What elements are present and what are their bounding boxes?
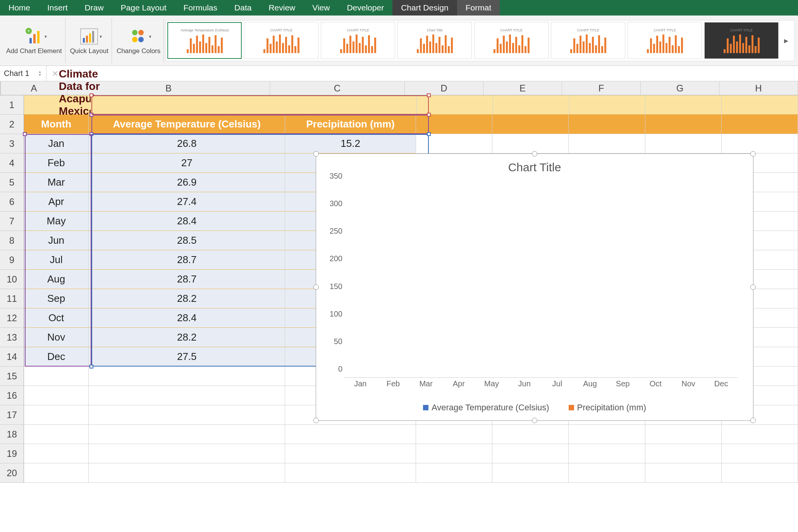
- row-header-17[interactable]: 17: [0, 405, 24, 425]
- cell-B12[interactable]: 28.4: [89, 308, 285, 328]
- cell-B14[interactable]: 27.5: [89, 347, 285, 367]
- cell-A3[interactable]: Jan: [24, 134, 89, 153]
- cell-E19[interactable]: [492, 444, 569, 463]
- cell-B5[interactable]: 26.9: [89, 173, 285, 192]
- cell-A15[interactable]: [24, 367, 89, 386]
- chart-style-thumb-4[interactable]: Chart Title: [397, 22, 472, 59]
- cell-C20[interactable]: [285, 463, 416, 483]
- add-chart-element-button[interactable]: + ▼ Add Chart Element: [3, 18, 65, 63]
- chart-plot-area[interactable]: 050100150200250300350 JanFebMarAprMayJun…: [344, 185, 738, 378]
- cell-A5[interactable]: Mar: [24, 173, 89, 192]
- cell-C18[interactable]: [285, 425, 416, 444]
- cell-D1[interactable]: [417, 95, 493, 115]
- chart-legend[interactable]: Average Temperature (Celsius) Precipitat…: [316, 403, 753, 413]
- cell-A7[interactable]: May: [24, 212, 89, 231]
- chart-style-thumb-5[interactable]: CHART TITLE: [474, 22, 549, 59]
- cell-H3[interactable]: [722, 134, 798, 153]
- row-header-19[interactable]: 19: [0, 444, 24, 463]
- cell-D2[interactable]: [416, 115, 492, 134]
- formula-input[interactable]: [88, 66, 798, 81]
- cell-H20[interactable]: [722, 463, 798, 483]
- cell-B7[interactable]: 28.4: [89, 212, 285, 231]
- cell-B20[interactable]: [89, 463, 285, 483]
- ribbon-tab-page-layout[interactable]: Page Layout: [112, 0, 175, 15]
- cell-E1[interactable]: [493, 95, 569, 115]
- column-header-A[interactable]: A: [1, 81, 67, 95]
- cell-A10[interactable]: Aug: [24, 270, 89, 289]
- column-header-H[interactable]: H: [719, 81, 798, 95]
- row-header-13[interactable]: 13: [0, 328, 24, 347]
- cell-C19[interactable]: [285, 444, 416, 463]
- column-header-G[interactable]: G: [641, 81, 719, 95]
- cell-B11[interactable]: 28.2: [89, 289, 285, 308]
- cell-F3[interactable]: [569, 134, 645, 153]
- quick-layout-button[interactable]: ▼ Quick Layout: [67, 18, 112, 63]
- cell-A11[interactable]: Sep: [24, 289, 89, 308]
- cell-G20[interactable]: [645, 463, 722, 483]
- cell-H2[interactable]: [722, 115, 798, 134]
- ribbon-tab-chart-design[interactable]: Chart Design: [392, 0, 457, 15]
- cell-D20[interactable]: [416, 463, 492, 483]
- row-header-12[interactable]: 12: [0, 308, 24, 328]
- cell-A14[interactable]: Dec: [24, 347, 89, 367]
- cell-B4[interactable]: 27: [89, 153, 285, 173]
- cell-A2[interactable]: Month: [24, 115, 89, 134]
- ribbon-tab-home[interactable]: Home: [0, 0, 39, 15]
- cell-B8[interactable]: 28.5: [89, 231, 285, 250]
- cell-A16[interactable]: [24, 386, 89, 405]
- cell-G3[interactable]: [645, 134, 722, 153]
- row-header-20[interactable]: 20: [0, 463, 24, 483]
- styles-gallery-more[interactable]: ▶: [781, 22, 791, 59]
- row-header-10[interactable]: 10: [0, 270, 24, 289]
- cell-A9[interactable]: Jul: [24, 250, 89, 270]
- cell-F19[interactable]: [569, 444, 645, 463]
- row-header-3[interactable]: 3: [0, 134, 24, 153]
- ribbon-tab-formulas[interactable]: Formulas: [175, 0, 226, 15]
- chart-style-thumb-1[interactable]: Average Temperature (Celsius): [167, 22, 242, 59]
- cell-D19[interactable]: [416, 444, 492, 463]
- row-header-1[interactable]: 1: [0, 95, 24, 115]
- chart-style-thumb-8[interactable]: CHART TITLE: [704, 22, 779, 59]
- column-header-F[interactable]: F: [562, 81, 641, 95]
- cell-B16[interactable]: [89, 386, 285, 405]
- cell-H18[interactable]: [722, 425, 798, 444]
- ribbon-tab-data[interactable]: Data: [226, 0, 260, 15]
- cell-B6[interactable]: 27.4: [89, 192, 285, 212]
- ribbon-tab-developer[interactable]: Developer: [338, 0, 392, 15]
- row-header-6[interactable]: 6: [0, 192, 24, 212]
- ribbon-tab-insert[interactable]: Insert: [39, 0, 76, 15]
- cell-E20[interactable]: [492, 463, 569, 483]
- cell-B13[interactable]: 28.2: [89, 328, 285, 347]
- cell-B3[interactable]: 26.8: [89, 134, 285, 153]
- row-header-2[interactable]: 2: [0, 115, 24, 134]
- cell-A6[interactable]: Apr: [24, 192, 89, 212]
- cell-G18[interactable]: [645, 425, 722, 444]
- cell-A1[interactable]: Climate Data for Acapulco Mexico (1951-2…: [24, 95, 91, 115]
- cell-A12[interactable]: Oct: [24, 308, 89, 328]
- cell-B19[interactable]: [89, 444, 285, 463]
- cell-F18[interactable]: [569, 425, 645, 444]
- cell-B18[interactable]: [89, 425, 285, 444]
- cell-B1[interactable]: [91, 95, 287, 115]
- ribbon-tab-review[interactable]: Review: [260, 0, 304, 15]
- ribbon-tab-format[interactable]: Format: [457, 0, 500, 15]
- cell-C3[interactable]: 15.2: [285, 134, 416, 153]
- row-header-9[interactable]: 9: [0, 250, 24, 270]
- cell-A4[interactable]: Feb: [24, 153, 89, 173]
- chart-style-thumb-2[interactable]: CHART TITLE: [244, 22, 318, 59]
- row-header-5[interactable]: 5: [0, 173, 24, 192]
- cell-F2[interactable]: [569, 115, 645, 134]
- cell-H1[interactable]: [722, 95, 798, 115]
- cell-B9[interactable]: 28.7: [89, 250, 285, 270]
- row-header-11[interactable]: 11: [0, 289, 24, 308]
- name-box[interactable]: Chart 1 ▲▼: [0, 66, 46, 81]
- row-header-8[interactable]: 8: [0, 231, 24, 250]
- chart-style-thumb-3[interactable]: CHART TITLE: [321, 22, 395, 59]
- cell-G2[interactable]: [645, 115, 722, 134]
- chart-title[interactable]: Chart Title: [316, 161, 753, 174]
- row-header-14[interactable]: 14: [0, 347, 24, 367]
- column-header-E[interactable]: E: [483, 81, 562, 95]
- row-header-4[interactable]: 4: [0, 153, 24, 173]
- cell-C1[interactable]: [287, 95, 417, 115]
- cell-F1[interactable]: [569, 95, 646, 115]
